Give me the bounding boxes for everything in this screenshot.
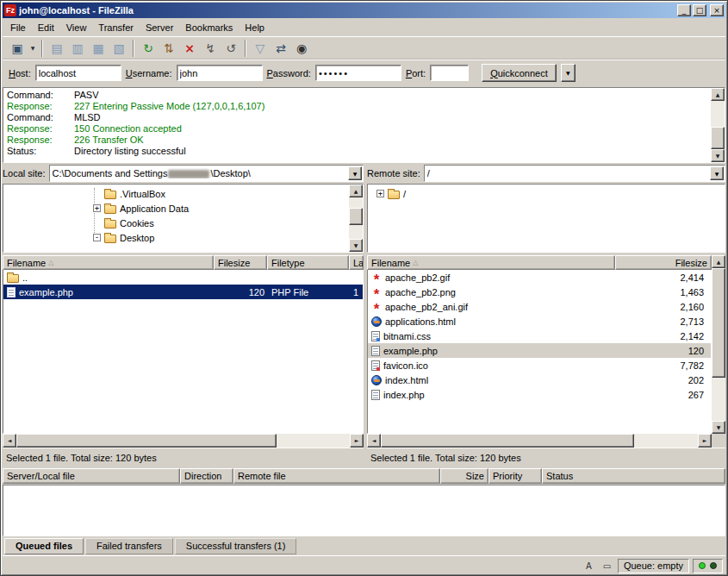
local-file-row[interactable]: .. [3, 270, 363, 285]
local-horizontal-scrollbar[interactable]: ◄ ► [3, 434, 364, 448]
scroll-left-icon[interactable]: ◄ [3, 434, 16, 448]
tree-item[interactable]: - Desktop [3, 230, 347, 245]
local-file-row-selected[interactable]: example.php 120 PHP File 1 [3, 285, 363, 299]
site-manager-icon[interactable]: ▣ [7, 38, 28, 59]
close-button[interactable]: × [710, 4, 724, 16]
scrollbar-track[interactable] [712, 268, 725, 421]
menu-help[interactable]: Help [239, 20, 271, 35]
minimize-button[interactable]: _ [677, 4, 691, 16]
column-header-server-local-file[interactable]: Server/Local file [3, 468, 180, 484]
cancel-operation-icon[interactable]: × [179, 38, 200, 59]
site-manager-dropdown-icon[interactable]: ▼ [28, 38, 38, 59]
expander-minus-icon[interactable]: - [93, 234, 101, 241]
username-input[interactable] [177, 65, 263, 81]
remote-file-row[interactable]: index.html 202 [368, 373, 711, 387]
queue-header: Server/Local file Direction Remote file … [3, 468, 725, 484]
scroll-right-icon[interactable]: ► [350, 434, 364, 448]
refresh-icon[interactable]: ↻ [138, 38, 159, 59]
remote-vertical-scrollbar[interactable]: ▲ ▼ [712, 255, 725, 448]
process-queue-icon[interactable]: ⇅ [159, 38, 179, 59]
scrollbar-thumb[interactable] [711, 127, 725, 149]
title-bar[interactable]: Fz john@localhost - FileZilla _ □ × [3, 3, 725, 18]
column-header-priority[interactable]: Priority [488, 468, 542, 484]
toggle-queue-icon[interactable]: ▧ [109, 38, 129, 59]
column-header-status[interactable]: Status [542, 468, 725, 484]
remote-horizontal-scrollbar[interactable]: ◄ ► [367, 434, 712, 448]
tab-queued-files[interactable]: Queued files [4, 538, 84, 554]
quickconnect-dropdown-icon[interactable]: ▼ [561, 64, 576, 82]
disconnect-icon[interactable]: ↯ [200, 38, 221, 59]
menu-view[interactable]: View [60, 20, 93, 35]
tree-item[interactable]: .VirtualBox [3, 186, 347, 201]
remote-file-row[interactable]: apache_pb2.png 1,463 [368, 285, 711, 299]
scrollbar-thumb[interactable] [381, 434, 634, 448]
tab-successful-transfers[interactable]: Successful transfers (1) [175, 538, 297, 554]
scrollbar-track[interactable] [711, 101, 725, 149]
toggle-message-log-icon[interactable]: ▤ [47, 38, 67, 59]
column-header-remote-file[interactable]: Remote file [233, 468, 440, 484]
scrollbar-track[interactable] [381, 434, 698, 448]
filter-icon[interactable]: ▽ [250, 38, 271, 59]
remote-file-row[interactable]: favicon.ico 7,782 [368, 358, 711, 373]
reconnect-icon[interactable]: ↺ [221, 38, 241, 59]
column-header-filename[interactable]: Filename △ [367, 255, 615, 270]
remote-file-list: apache_pb2.gif 2,414 apache_pb2.png 1,46… [367, 270, 712, 434]
quickconnect-button[interactable]: Quickconnect [482, 64, 557, 82]
scroll-down-icon[interactable]: ▼ [349, 239, 363, 252]
column-header-direction[interactable]: Direction [180, 468, 233, 484]
remote-file-row[interactable]: applications.html 2,713 [368, 314, 711, 329]
scrollbar-track[interactable] [16, 434, 350, 448]
column-header-filetype[interactable]: Filetype [267, 255, 349, 270]
toggle-remote-tree-icon[interactable]: ▦ [88, 38, 109, 59]
local-site-dropdown-icon[interactable]: ▼ [348, 166, 362, 180]
remote-site-combo[interactable]: / ▼ [424, 165, 725, 182]
menu-transfer[interactable]: Transfer [92, 20, 140, 35]
column-header-filesize[interactable]: Filesize [615, 255, 712, 270]
menu-bookmarks[interactable]: Bookmarks [179, 20, 239, 35]
remote-site-dropdown-icon[interactable]: ▼ [710, 166, 724, 180]
column-header-filesize[interactable]: Filesize [214, 255, 267, 270]
tree-item[interactable]: Cookies [3, 216, 347, 230]
scroll-up-icon[interactable]: ▲ [712, 255, 725, 268]
menu-edit[interactable]: Edit [32, 20, 60, 35]
expander-plus-icon[interactable]: + [93, 204, 101, 212]
column-header-last-modified[interactable]: Last modified [349, 255, 364, 270]
expander-plus-icon[interactable]: + [376, 190, 384, 197]
tree-item[interactable]: + / [368, 186, 709, 201]
speedlimit-indicator-icon[interactable]: ▭ [600, 559, 614, 573]
remote-file-row[interactable]: bitnami.css 2,142 [368, 329, 711, 343]
local-site-combo[interactable]: C:\Documents and Settings\Desktop\ ▼ [49, 165, 364, 182]
scrollbar-thumb[interactable] [16, 434, 277, 448]
scrollbar-thumb[interactable] [712, 268, 725, 378]
maximize-button[interactable]: □ [693, 4, 706, 16]
tab-failed-transfers[interactable]: Failed transfers [85, 538, 173, 554]
column-header-filename[interactable]: Filename △ [3, 255, 214, 270]
scroll-down-icon[interactable]: ▼ [712, 421, 725, 434]
toggle-local-tree-icon[interactable]: ▥ [67, 38, 88, 59]
tree-item[interactable]: + Application Data [3, 201, 347, 216]
scroll-down-icon[interactable]: ▼ [711, 149, 725, 162]
port-input[interactable] [430, 65, 469, 81]
menu-file[interactable]: File [4, 20, 32, 35]
scroll-right-icon[interactable]: ► [698, 434, 712, 448]
column-header-size[interactable]: Size [440, 468, 488, 484]
remote-file-row-selected[interactable]: example.php 120 [368, 343, 711, 358]
scrollbar-thumb[interactable] [349, 208, 363, 225]
find-files-icon[interactable]: ◉ [291, 38, 312, 59]
transfer-queue-list[interactable] [3, 485, 725, 536]
remote-file-row[interactable]: index.php 267 [368, 387, 711, 402]
remote-file-row[interactable]: apache_pb2_ani.gif 2,160 [368, 299, 711, 314]
local-tree-scrollbar[interactable]: ▲ ▼ [349, 185, 363, 252]
scroll-left-icon[interactable]: ◄ [367, 434, 381, 448]
password-input[interactable] [315, 65, 401, 81]
log-line: Response:150 Connection accepted [7, 123, 707, 135]
scroll-up-icon[interactable]: ▲ [711, 88, 725, 101]
scroll-up-icon[interactable]: ▲ [349, 185, 363, 197]
scrollbar-track[interactable] [349, 197, 363, 239]
log-scrollbar[interactable]: ▲ ▼ [711, 88, 725, 162]
remote-file-row[interactable]: apache_pb2.gif 2,414 [368, 270, 711, 285]
menu-server[interactable]: Server [140, 20, 179, 35]
ascii-data-type-icon[interactable]: A [582, 559, 596, 573]
host-input[interactable] [35, 65, 121, 81]
compare-icon[interactable]: ⇄ [271, 38, 291, 59]
